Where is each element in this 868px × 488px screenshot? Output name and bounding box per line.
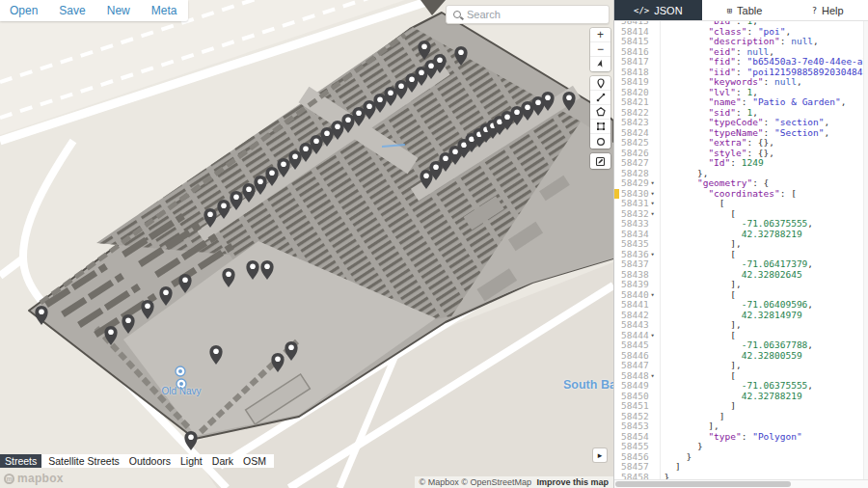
fold-arrow-icon [651, 68, 660, 78]
tab-label: Table [737, 5, 762, 16]
fold-arrow-icon [651, 280, 660, 290]
search-icon [453, 11, 461, 18]
layer-option-dark[interactable]: Dark [212, 455, 233, 467]
line-number: 58415 [614, 37, 649, 47]
editor-line[interactable]: 58431▾ [ [614, 199, 868, 209]
editor-horizontal-scrollbar[interactable] [614, 479, 868, 488]
draw-line-button[interactable] [590, 91, 610, 105]
draw-control-group [590, 76, 610, 149]
scrollbar-thumb[interactable] [615, 481, 791, 487]
line-number: 58443 [614, 320, 649, 331]
line-gutter: 58433 [614, 219, 661, 230]
editor-line[interactable]: 58457 ] [614, 462, 868, 473]
tab-table[interactable]: ⊞Table [702, 0, 788, 20]
fold-arrow-icon [651, 138, 660, 149]
fold-arrow-icon [651, 169, 660, 179]
editor-line[interactable]: 58450 42.32788219 [614, 392, 868, 402]
mapbox-logo-text: mapbox [17, 472, 64, 485]
fold-arrow-icon [651, 311, 660, 321]
layer-option-streets[interactable]: Streets [0, 454, 41, 468]
editor-line[interactable]: 58435 ], [614, 239, 868, 250]
fold-arrow-icon [651, 158, 660, 169]
menu-item-new[interactable]: New [107, 4, 130, 17]
map-canvas[interactable]: OpenSaveNewMeta + − [0, 0, 613, 488]
fold-arrow-icon[interactable]: ▾ [651, 209, 660, 220]
marker-icon [596, 78, 606, 89]
fold-arrow-icon [651, 300, 660, 311]
layer-switcher: Streets Satellite StreetsOutdoorsLightDa… [0, 454, 274, 468]
editor-vertical-scrollbar[interactable] [863, 21, 868, 479]
editor-line[interactable]: 58447 ], [614, 361, 868, 371]
line-number: 58421 [614, 97, 649, 108]
fold-arrow-icon [651, 47, 660, 58]
compass-button[interactable] [590, 57, 610, 71]
fold-arrow-icon [651, 27, 660, 38]
editor-line[interactable]: 58452 ] [614, 412, 868, 422]
line-number: 58423 [614, 118, 649, 128]
editor-line[interactable]: 58451 ] [614, 401, 868, 412]
tab-help[interactable]: ?Help [787, 0, 868, 20]
mapbox-logo[interactable]: m mapbox [4, 472, 64, 485]
layer-option-outdoors[interactable]: Outdoors [129, 455, 171, 467]
line-number: 58435 [614, 239, 649, 250]
mapbox-logo-icon: m [4, 474, 14, 484]
menu-item-open[interactable]: Open [10, 4, 38, 17]
zoom-in-button[interactable]: + [590, 28, 610, 42]
fold-arrow-icon [651, 392, 660, 402]
search-box[interactable] [446, 5, 610, 24]
fold-arrow-icon[interactable]: ▾ [651, 250, 660, 260]
editor-line[interactable]: 58455 } [614, 442, 868, 452]
fold-arrow-icon [651, 97, 660, 108]
fold-arrow-icon[interactable]: ▾ [651, 331, 660, 341]
editor-line[interactable]: 58456 } [614, 452, 868, 463]
menu-item-meta[interactable]: Meta [151, 4, 177, 17]
fold-arrow-icon[interactable]: ▾ [651, 178, 660, 189]
draw-polygon-button[interactable] [590, 105, 610, 120]
fold-arrow-icon[interactable]: ▾ [651, 290, 660, 301]
editor-line[interactable]: 58430▾ "coordinates": [ [614, 189, 868, 200]
attribution-mapbox[interactable]: © Mapbox [420, 477, 459, 487]
fold-arrow-icon[interactable]: ▾ [651, 199, 660, 209]
search-input[interactable] [467, 9, 602, 20]
line-number: 58427 [614, 158, 649, 169]
editor-line[interactable]: 58427 "Id": 1249 [614, 158, 868, 169]
fold-arrow-icon[interactable]: ▾ [651, 189, 660, 200]
menu-bar: OpenSaveNewMeta [0, 0, 188, 21]
attribution-osm[interactable]: © OpenStreetMap [461, 477, 531, 487]
json-editor[interactable]: 58413 "bid": 1,58414 "class": "poi",5841… [614, 21, 868, 488]
tab-label: JSON [654, 5, 682, 16]
line-number: 58431 [614, 199, 649, 209]
draw-marker-button[interactable] [590, 76, 610, 91]
line-number: 58453 [614, 421, 649, 432]
menu-item-save[interactable]: Save [59, 4, 85, 17]
fold-arrow-icon [651, 340, 660, 351]
editor-line[interactable]: 58454 "type": "Polygon" [614, 432, 868, 443]
line-gutter: 58425 [614, 138, 661, 149]
fold-arrow-icon [651, 432, 660, 443]
fold-arrow-icon [651, 381, 660, 392]
help-tab-icon: ? [812, 6, 817, 15]
map-label-mall: South Bay M [563, 378, 613, 392]
layer-option-osm[interactable]: OSM [243, 455, 266, 467]
edit-properties-button[interactable] [590, 153, 610, 169]
layer-option-satellite-streets[interactable]: Satellite Streets [48, 455, 120, 467]
map-controls: + − [590, 28, 610, 174]
fold-arrow-icon [651, 320, 660, 331]
fold-arrow-icon [651, 77, 660, 88]
line-gutter: 58429▾ [614, 178, 661, 189]
draw-rectangle-button[interactable] [590, 120, 610, 134]
improve-map-link[interactable]: Improve this map [536, 477, 609, 487]
tab-label: Help [822, 5, 844, 16]
table-tab-icon: ⊞ [727, 6, 732, 15]
tab-json[interactable]: </>JSON [614, 0, 702, 20]
editor-line[interactable]: 58443 ], [614, 320, 868, 331]
draw-circle-button[interactable] [590, 134, 610, 149]
zoom-out-button[interactable]: − [590, 42, 610, 57]
attribution-toggle-button[interactable]: ▸ [593, 448, 607, 462]
layer-option-light[interactable]: Light [180, 455, 203, 467]
fold-arrow-icon[interactable]: ▾ [651, 371, 660, 382]
line-number: 58457 [614, 462, 649, 473]
editor-line[interactable]: 58439 ], [614, 280, 868, 290]
geojson-editor-app: OpenSaveNewMeta + − [0, 0, 868, 488]
fold-arrow-icon [651, 452, 660, 463]
